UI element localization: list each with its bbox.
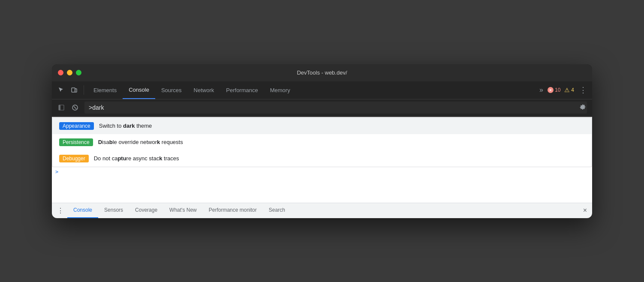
bottom-tab-bar: ⋮ Console Sensors Coverage What's New Pe… [52, 203, 592, 218]
bottom-tab-sensors[interactable]: Sensors [98, 203, 129, 218]
bottom-more-icon[interactable]: ⋮ [54, 207, 67, 215]
error-count: 10 [555, 87, 560, 93]
tag-debugger: Debugger [59, 155, 89, 162]
error-icon: × [548, 87, 554, 93]
autocomplete-item-appearance[interactable]: Appearance Switch to dark theme [52, 118, 592, 134]
bottom-tab-coverage[interactable]: Coverage [129, 203, 163, 218]
tag-persistence: Persistence [59, 138, 93, 146]
toolbar-right: × 10 ⚠ 4 ⋮ [548, 85, 589, 95]
element-selector-icon[interactable] [55, 84, 67, 96]
autocomplete-item-debugger[interactable]: Debugger Do not capture async stack trac… [52, 150, 592, 167]
tag-appearance: Appearance [59, 122, 94, 130]
warning-count: 4 [571, 87, 574, 93]
error-count-badge[interactable]: × 10 [548, 87, 560, 93]
clear-console-icon[interactable] [69, 102, 81, 114]
traffic-lights [58, 70, 81, 75]
close-button[interactable] [58, 70, 63, 75]
autocomplete-text-debugger: Do not capture async stack traces [94, 155, 179, 162]
autocomplete-text-persistence: Disable override network requests [98, 139, 183, 145]
console-prompt: > [52, 167, 592, 177]
tab-console[interactable]: Console [123, 81, 155, 99]
window-title: DevTools - web.dev/ [297, 69, 347, 76]
tab-network[interactable]: Network [188, 81, 220, 99]
toolbar-divider [84, 85, 84, 95]
tab-performance[interactable]: Performance [220, 81, 264, 99]
sidebar-toggle-icon[interactable] [55, 102, 67, 114]
minimize-button[interactable] [67, 70, 72, 75]
svg-rect-1 [75, 89, 77, 92]
bottom-tab-search[interactable]: Search [263, 203, 291, 218]
maximize-button[interactable] [76, 70, 81, 75]
main-toolbar: Elements Console Sources Network Perform… [52, 81, 592, 99]
bottom-tab-console[interactable]: Console [67, 203, 98, 218]
close-bottom-panel-button[interactable]: × [580, 207, 590, 214]
command-search-input[interactable]: >dark [84, 102, 587, 114]
autocomplete-dropdown: Appearance Switch to dark theme Persiste… [52, 117, 592, 167]
device-toggle-icon[interactable] [68, 84, 80, 96]
tab-elements[interactable]: Elements [87, 81, 123, 99]
more-tabs-button[interactable]: » [536, 86, 547, 94]
warning-count-badge[interactable]: ⚠ 4 [564, 87, 574, 93]
settings-gear-icon[interactable] [577, 102, 589, 114]
svg-rect-3 [59, 105, 60, 110]
autocomplete-item-persistence[interactable]: Persistence Disable override network req… [52, 134, 592, 150]
autocomplete-text-appearance: Switch to dark theme [99, 123, 152, 129]
titlebar: DevTools - web.dev/ [52, 64, 592, 81]
command-search-area: >dark [84, 102, 587, 114]
tab-memory[interactable]: Memory [264, 81, 296, 99]
bottom-tab-performance-monitor[interactable]: Performance monitor [203, 203, 263, 218]
tab-list: Elements Console Sources Network Perform… [87, 81, 535, 99]
secondary-toolbar: >dark [52, 99, 592, 117]
svg-line-5 [74, 106, 76, 109]
svg-rect-0 [72, 88, 75, 92]
warning-icon: ⚠ [564, 87, 570, 93]
bottom-tab-whats-new[interactable]: What's New [163, 203, 203, 218]
tab-sources[interactable]: Sources [155, 81, 188, 99]
devtools-window: DevTools - web.dev/ Elements Console Sou… [52, 64, 592, 218]
more-options-button[interactable]: ⋮ [578, 85, 589, 95]
